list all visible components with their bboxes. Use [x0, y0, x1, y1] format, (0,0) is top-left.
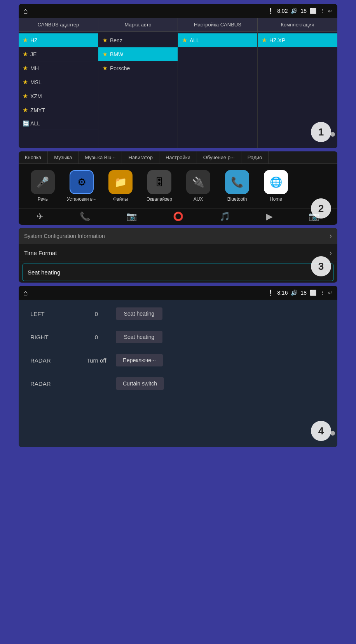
- home-icon[interactable]: ⌂: [23, 7, 28, 16]
- menu-icon-4[interactable]: ⋮: [319, 290, 325, 296]
- volume-icon: 🔊: [291, 8, 297, 14]
- settings-icon: ⚙: [70, 170, 94, 194]
- nav-home-icon[interactable]: ⭕: [173, 212, 183, 222]
- canbus-col-3: ★ ALL: [178, 32, 258, 148]
- app-aux[interactable]: 🔌 AUX: [179, 167, 218, 205]
- tab-learning[interactable]: Обучение р···: [197, 151, 241, 163]
- home-icon-4[interactable]: ⌂: [23, 288, 28, 297]
- table-row: RIGHT 0 Seat heating: [30, 331, 326, 343]
- app-label-bluetooth: Bluetooth: [227, 196, 247, 202]
- bottom-navigation-bar: ✈ 📞 📷 ⭕ 🎵 ▶ 📷: [19, 208, 337, 225]
- list-item[interactable]: ★ JE: [19, 47, 98, 61]
- canbus-tab-bar: CANBUS адаптер Марка авто Настройка CANB…: [19, 18, 337, 32]
- volume-level-4: 18: [300, 290, 307, 296]
- tab-music[interactable]: Музыка: [48, 151, 79, 163]
- step-badge-2: 2: [311, 198, 331, 219]
- row-value-right: 0: [77, 334, 116, 340]
- list-item[interactable]: ★ BMW: [98, 47, 178, 61]
- settings-label-seatheating: Seat heating: [28, 269, 60, 276]
- settings-label-timeformat: Time Format: [24, 250, 57, 256]
- list-item[interactable]: ★ Benz: [98, 33, 178, 47]
- alert-icon-4: ❕: [267, 290, 274, 296]
- battery-icon: ⬜: [310, 8, 316, 14]
- panel-seat-control: ⌂ ❕ 8:16 🔊 18 ⬜ ⋮ ↩ LEFT 0 Seat heating …: [19, 286, 337, 447]
- files-icon: 📁: [108, 170, 133, 194]
- settings-header-arrow: ›: [330, 232, 332, 240]
- battery-icon-4: ⬜: [310, 290, 316, 296]
- app-equalizer[interactable]: 🎛 Эквалайзер: [140, 167, 179, 205]
- row-label-radar1: RADAR: [30, 357, 77, 364]
- app-files[interactable]: 📁 Файлы: [101, 167, 140, 205]
- list-item[interactable]: ★ HZ: [19, 33, 98, 47]
- seat-heating-button-right[interactable]: Seat heating: [116, 331, 162, 343]
- table-row: LEFT 0 Seat heating: [30, 307, 326, 320]
- table-row: RADAR Curtain switch: [30, 377, 326, 390]
- home-app-icon: 🌐: [264, 170, 288, 194]
- app-grid: 🎤 Речь ⚙ Установки в··· 📁 Файлы 🎛 Эквала…: [19, 164, 337, 208]
- app-speech[interactable]: 🎤 Речь: [23, 167, 62, 205]
- aux-icon: 🔌: [186, 170, 210, 194]
- tab-button[interactable]: Кнопка: [19, 151, 48, 163]
- list-item[interactable]: ★ XZM: [19, 89, 98, 103]
- list-item[interactable]: ★ MSL: [19, 75, 98, 89]
- settings-header: System Configuration Information ›: [19, 228, 337, 244]
- alert-icon: ❕: [267, 8, 274, 14]
- status-bar-1: ⌂ ❕ 8:02 🔊 18 ⬜ ⋮ ↩: [19, 4, 337, 18]
- app-label-aux: AUX: [194, 196, 203, 202]
- settings-item-timeformat[interactable]: Time Format ›: [19, 244, 337, 262]
- tab-music-bt[interactable]: Музыка Blu···: [79, 151, 122, 163]
- eq-icon: 🎛: [147, 170, 171, 194]
- tab-canbus-settings[interactable]: Настройка CANBUS: [178, 18, 258, 31]
- app-label-home: Home: [270, 196, 282, 202]
- nav-phone-icon[interactable]: 📞: [80, 212, 90, 222]
- list-item[interactable]: ★ Porsche: [98, 61, 178, 75]
- volume-level: 18: [300, 8, 307, 14]
- settings-header-text: System Configuration Information: [24, 233, 105, 239]
- radar-switch-button[interactable]: Переключе···: [116, 354, 163, 366]
- app-label-eq: Эквалайзер: [147, 196, 172, 202]
- back-icon-4[interactable]: ↩: [328, 290, 333, 296]
- back-icon[interactable]: ↩: [328, 8, 333, 14]
- settings-item-seatheating[interactable]: Seat heating ›: [23, 264, 333, 281]
- tab-car-brand[interactable]: Марка авто: [98, 18, 178, 31]
- settings-arrow-timeformat: ›: [330, 249, 332, 257]
- tab-navigator[interactable]: Навигатор: [122, 151, 159, 163]
- row-value-left: 0: [77, 311, 116, 317]
- tab-settings[interactable]: Настройки: [159, 151, 197, 163]
- row-label-radar2: RADAR: [30, 380, 77, 387]
- list-item[interactable]: ★ ZMYT: [19, 103, 98, 117]
- nav-music-icon[interactable]: 🎵: [220, 212, 230, 222]
- app-tab-bar: Кнопка Музыка Музыка Blu··· Навигатор На…: [19, 151, 337, 164]
- list-item[interactable]: ★ MH: [19, 61, 98, 75]
- bluetooth-icon: 📞: [225, 170, 249, 194]
- speech-icon: 🎤: [31, 170, 55, 194]
- step-badge-4: 4: [311, 421, 331, 441]
- menu-icon[interactable]: ⋮: [319, 8, 325, 14]
- list-item[interactable]: ★ ALL: [178, 33, 257, 47]
- panel-settings-list: System Configuration Information › Time …: [19, 228, 337, 283]
- list-item[interactable]: ★ HZ.XP: [258, 33, 337, 47]
- step-badge-3: 3: [311, 256, 331, 276]
- app-label-speech: Речь: [38, 196, 48, 202]
- app-bluetooth[interactable]: 📞 Bluetooth: [218, 167, 257, 205]
- curtain-switch-button[interactable]: Curtain switch: [116, 377, 164, 390]
- tab-radio[interactable]: Радио: [241, 151, 269, 163]
- step-badge-1: 1: [311, 122, 331, 142]
- list-item[interactable]: 🔄 ALL: [19, 117, 98, 130]
- volume-icon-4: 🔊: [291, 290, 297, 296]
- app-settings[interactable]: ⚙ Установки в···: [62, 167, 101, 205]
- seat-heating-button-left[interactable]: Seat heating: [116, 307, 162, 320]
- tab-canbus-adapter[interactable]: CANBUS адаптер: [19, 18, 98, 31]
- app-home[interactable]: 🌐 Home: [257, 167, 295, 205]
- tab-configuration[interactable]: Комплектация: [258, 18, 337, 31]
- row-value-radar1: Turn off: [77, 357, 116, 364]
- panel-canbus: ⌂ ❕ 8:02 🔊 18 ⬜ ⋮ ↩ CANBUS адаптер Марка…: [19, 4, 337, 148]
- nav-send-icon[interactable]: ✈: [37, 212, 44, 222]
- canbus-body: ★ HZ ★ JE ★ MH ★ MSL ★ XZM ★ ZMYT 🔄 ALL …: [19, 32, 337, 148]
- row-label-left: LEFT: [30, 311, 77, 317]
- nav-camera-icon[interactable]: 📷: [126, 212, 137, 222]
- seat-control-body: LEFT 0 Seat heating RIGHT 0 Seat heating…: [19, 300, 337, 447]
- nav-play-icon[interactable]: ▶: [266, 212, 273, 222]
- row-label-right: RIGHT: [30, 334, 77, 340]
- status-bar-4: ⌂ ❕ 8:16 🔊 18 ⬜ ⋮ ↩: [19, 286, 337, 300]
